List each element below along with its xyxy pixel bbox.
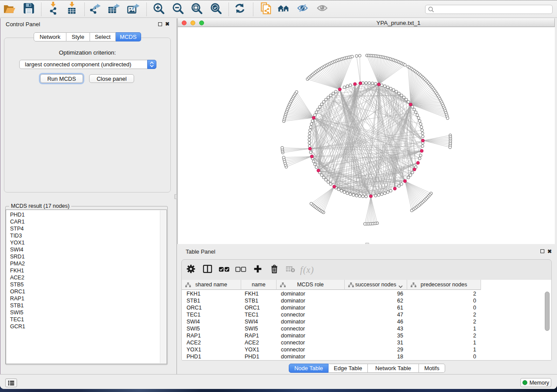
mcds-result-item[interactable]: STP4	[10, 225, 166, 232]
mcds-result-item[interactable]: SWI4	[10, 246, 166, 253]
cell-MCDS-role[interactable]: connector	[281, 346, 305, 353]
cell-shared-name[interactable]: YOX1	[187, 346, 201, 353]
panel-selector-button[interactable]	[5, 378, 17, 387]
close-panel-button[interactable]: Close panel	[89, 74, 134, 83]
search-box[interactable]	[425, 5, 553, 14]
table-settings-icon[interactable]	[187, 265, 195, 275]
cell-shared-name[interactable]: TEC1	[187, 311, 201, 318]
cell-successor-nodes[interactable]: 61	[345, 304, 403, 311]
search-input[interactable]	[434, 7, 552, 13]
cell-name[interactable]: ACE2	[245, 339, 259, 346]
cell-successor-nodes[interactable]: 31	[345, 339, 403, 346]
mcds-result-item[interactable]: YOX1	[10, 239, 166, 246]
show-panel-icon[interactable]	[318, 4, 328, 14]
table-row[interactable]: ORC1ORC1dominator610	[182, 304, 551, 311]
cell-successor-nodes[interactable]: 47	[345, 311, 403, 318]
table-panel-close-icon[interactable]: ✖	[547, 249, 552, 254]
cell-MCDS-role[interactable]: dominator	[281, 318, 305, 325]
zoom-out-icon[interactable]	[173, 3, 183, 15]
control-panel-close-icon[interactable]: ✖	[165, 22, 170, 27]
column-header-name[interactable]: name	[241, 280, 277, 290]
tab-network[interactable]: Network	[34, 32, 66, 41]
cell-MCDS-role[interactable]: connector	[281, 311, 305, 318]
cell-MCDS-role[interactable]: dominator	[281, 332, 305, 339]
select-all-icon[interactable]	[219, 266, 230, 274]
table-panel-float-icon[interactable]	[540, 249, 544, 253]
mcds-result-item[interactable]: ACE2	[10, 274, 166, 281]
cell-predecessor-nodes[interactable]: 2	[407, 311, 476, 318]
cell-successor-nodes[interactable]: 29	[345, 346, 403, 353]
mcds-result-item[interactable]: TID3	[10, 232, 166, 239]
cell-predecessor-nodes[interactable]: 1	[407, 325, 476, 332]
table-row[interactable]: PHD1PHD1dominator180	[182, 353, 551, 360]
tab-mcds[interactable]: MCDS	[116, 32, 141, 41]
mcds-list-scrollbar[interactable]	[160, 210, 166, 363]
cell-MCDS-role[interactable]: dominator	[281, 290, 305, 297]
refresh-icon[interactable]	[235, 3, 245, 15]
import-network-icon[interactable]	[48, 2, 59, 16]
cell-shared-name[interactable]: SWI5	[187, 325, 200, 332]
column-header-shared-name[interactable]: shared name	[182, 280, 241, 290]
tab-node-table[interactable]: Node Table	[289, 364, 329, 373]
network-window-titlebar[interactable]: YPA_prune.txt_1	[178, 18, 554, 27]
cell-name[interactable]: ORC1	[245, 304, 260, 311]
mcds-result-item[interactable]: PHD1	[10, 211, 166, 218]
optimization-criterion-select[interactable]: largest connected component (undirected)	[19, 60, 156, 69]
table-row[interactable]: TEC1TEC1connector472	[182, 311, 551, 318]
cell-predecessor-nodes[interactable]: 1	[407, 339, 476, 346]
mcds-result-item[interactable]: GCR1	[10, 323, 166, 330]
table-row[interactable]: YOX1YOX1connector291	[182, 346, 551, 353]
tab-motifs[interactable]: Motifs	[419, 364, 445, 373]
cell-shared-name[interactable]: SWI4	[187, 318, 200, 325]
cell-predecessor-nodes[interactable]: 2	[407, 332, 476, 339]
cell-predecessor-nodes[interactable]: 2	[407, 290, 476, 297]
cell-name[interactable]: YOX1	[245, 346, 259, 353]
zoom-in-icon[interactable]	[153, 3, 164, 15]
tab-network-table[interactable]: Network Table	[368, 364, 419, 373]
table-row[interactable]: RAP1RAP1dominator352	[182, 332, 551, 339]
mcds-result-item[interactable]: SRD1	[10, 253, 166, 260]
mcds-result-item[interactable]: STB5	[10, 281, 166, 288]
cell-successor-nodes[interactable]: 18	[345, 353, 403, 360]
cell-MCDS-role[interactable]: dominator	[281, 304, 305, 311]
column-header-successor-nodes[interactable]: successor nodes	[345, 280, 407, 290]
cell-successor-nodes[interactable]: 35	[345, 332, 403, 339]
save-session-icon[interactable]	[23, 3, 35, 16]
table-row[interactable]: SWI4SWI4dominator462	[182, 318, 551, 325]
table-row[interactable]: SWI5SWI5connector431	[182, 325, 551, 332]
export-network-icon[interactable]	[90, 3, 101, 16]
network-canvas[interactable]	[178, 27, 555, 244]
cell-predecessor-nodes[interactable]: 2	[407, 318, 476, 325]
tab-edge-table[interactable]: Edge Table	[329, 364, 368, 373]
cell-MCDS-role[interactable]: dominator	[281, 297, 305, 304]
share-document-icon[interactable]	[261, 3, 271, 16]
cell-MCDS-role[interactable]: connector	[281, 339, 305, 346]
mcds-result-item[interactable]: RAP1	[10, 295, 166, 302]
memory-button[interactable]: Memory	[520, 378, 551, 387]
column-header-MCDS-role[interactable]: MCDS role	[277, 280, 345, 290]
cell-predecessor-nodes[interactable]: 0	[407, 304, 476, 311]
cell-predecessor-nodes[interactable]: 0	[407, 297, 476, 304]
network-graph[interactable]	[178, 27, 555, 244]
mcds-result-item[interactable]: CAR1	[10, 218, 166, 225]
run-mcds-button[interactable]: Run MCDS	[40, 74, 83, 83]
export-image-icon[interactable]	[128, 3, 140, 16]
window-zoom-button[interactable]	[199, 21, 204, 25]
open-session-icon[interactable]	[3, 3, 16, 16]
deselect-all-icon[interactable]	[235, 266, 246, 274]
add-column-icon[interactable]	[254, 265, 262, 275]
delete-column-icon[interactable]	[271, 265, 278, 275]
mcds-result-item[interactable]: ORC1	[10, 288, 166, 295]
cell-name[interactable]: TEC1	[245, 311, 259, 318]
cell-predecessor-nodes[interactable]: 0	[407, 353, 476, 360]
table-scrollbar-thumb[interactable]	[545, 292, 550, 331]
cell-shared-name[interactable]: FKH1	[187, 290, 201, 297]
table-row[interactable]: ACE2ACE2connector311	[182, 339, 551, 346]
export-table-icon[interactable]	[108, 3, 121, 16]
mcds-result-item[interactable]: TEC1	[10, 316, 166, 323]
cell-successor-nodes[interactable]: 62	[345, 297, 403, 304]
cell-name[interactable]: RAP1	[245, 332, 259, 339]
tab-style[interactable]: Style	[66, 32, 90, 41]
cell-successor-nodes[interactable]: 43	[345, 325, 403, 332]
tab-select[interactable]: Select	[90, 32, 116, 41]
